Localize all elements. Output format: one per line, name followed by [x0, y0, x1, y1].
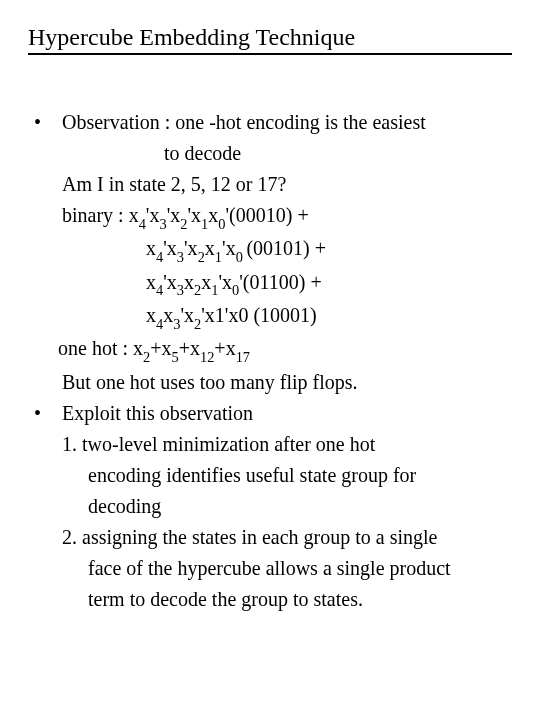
- onehot-label: one hot :: [58, 337, 133, 359]
- text-binary-3: x4'x3x2x1'x0'(01100) +: [32, 267, 512, 300]
- text-but: But one hot uses too many flip flops.: [32, 367, 512, 398]
- bullet-mark-icon: •: [32, 398, 62, 429]
- text-n2b: face of the hypercube allows a single pr…: [32, 553, 512, 584]
- text-am-i: Am I in state 2, 5, 12 or 17?: [32, 169, 512, 200]
- bullet-exploit: • Exploit this observation: [32, 398, 512, 429]
- text-n1c: decoding: [32, 491, 512, 522]
- text-exploit: Exploit this observation: [62, 398, 253, 429]
- text-binary-1: binary : x4'x3'x2'x1x0'(00010) +: [32, 200, 512, 233]
- binary-label: binary :: [62, 204, 129, 226]
- bullet-observation: • Observation : one -hot encoding is the…: [32, 107, 512, 138]
- text-binary-4: x4x3'x2'x1'x0 (10001): [32, 300, 512, 333]
- text-n1b: encoding identifies useful state group f…: [32, 460, 512, 491]
- text-onehot: one hot : x2+x5+x12+x17: [32, 333, 512, 366]
- text-binary-2: x4'x3'x2x1'x0 (00101) +: [32, 233, 512, 266]
- bullet-list: • Observation : one -hot encoding is the…: [32, 107, 512, 615]
- text-observation-cont: to decode: [32, 138, 512, 169]
- text-n2c: term to decode the group to states.: [32, 584, 512, 615]
- slide-title: Hypercube Embedding Technique: [28, 24, 512, 55]
- text-observation: Observation : one -hot encoding is the e…: [62, 107, 426, 138]
- text-n2: 2. assigning the states in each group to…: [32, 522, 512, 553]
- slide-root: Hypercube Embedding Technique • Observat…: [0, 0, 540, 615]
- bullet-mark-icon: •: [32, 107, 62, 138]
- text-n1: 1. two-level minimization after one hot: [32, 429, 512, 460]
- slide-content: • Observation : one -hot encoding is the…: [28, 107, 512, 615]
